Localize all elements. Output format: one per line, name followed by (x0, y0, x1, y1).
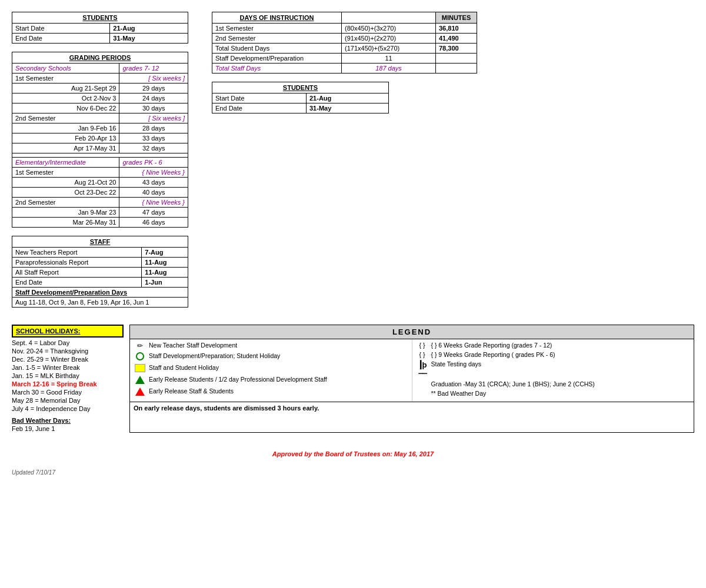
sec-sem2-row1-days: 28 days (119, 123, 188, 133)
doi-header: DAYS OF INSTRUCTION (212, 12, 342, 24)
elem-sem1-row1-days: 43 days (119, 178, 188, 188)
start-date-label: Start Date (12, 24, 110, 34)
doi-row1-minutes: 36,810 (436, 24, 477, 34)
elem-sem1-row2-dates: Oct 23-Dec 22 (12, 188, 119, 198)
holiday-item-9: July 4 = Independence Day (12, 405, 124, 413)
legend-row-3: Staff and Student Holiday (134, 364, 408, 373)
elem-sem2-row1-days: 47 days (119, 208, 188, 218)
legend-row-10: ** Bad Weather Day (416, 390, 691, 397)
doi-row3-formula: (171x450)+(5x270) (342, 44, 436, 54)
secondary-schools-label: Secondary Schools (12, 64, 119, 74)
staff-end-date-label: End Date (12, 278, 142, 288)
minutes-header: MINUTES (436, 12, 477, 24)
legend-row-5: Early Release Staff & Students (134, 387, 408, 397)
end-date-value: 31-May (110, 34, 188, 44)
doi-row2-minutes: 41,490 (436, 34, 477, 44)
legend-row-1: ✏ New Teacher Staff Development (134, 342, 408, 350)
legend-row-9: Graduation -May 31 (CRCA); June 1 (BHS);… (416, 380, 691, 387)
legend-text-9: Graduation -May 31 (CRCA); June 1 (BHS);… (431, 380, 595, 387)
doi-row5-minutes (436, 64, 477, 74)
new-teachers-value: 7-Aug (142, 248, 188, 258)
end-date-label: End Date (12, 34, 110, 44)
legend-section: LEGEND ✏ New Teacher Staff Development S… (129, 325, 694, 433)
sec-sem2-type: [ Six weeks ] (119, 113, 188, 123)
elem-grades: grades PK - 6 (119, 158, 188, 168)
legend-text-6: { } 6 Weeks Grade Reporting (grades 7 - … (431, 342, 552, 349)
staff-table: STAFF New Teachers Report 7-Aug Paraprof… (12, 236, 188, 308)
students-top-table: STUDENTS Start Date 21-Aug End Date 31-M… (12, 12, 188, 44)
dashes-icon: ┃þ‍ ┈┈ (416, 360, 429, 378)
sec-sem1-label: 1st Semester (12, 74, 119, 83)
sec-sem1-row2-dates: Oct 2-Nov 3 (12, 93, 119, 103)
legend-row-4: Early Release Students / 1/2 day Profess… (134, 376, 408, 385)
doi-row3-label: Total Student Days (212, 44, 342, 54)
paraprofessionals-value: 11-Aug (142, 258, 188, 268)
pencil-icon: ✏ (134, 342, 146, 350)
dev-days-label: Staff Development/Preparation Days (12, 288, 188, 298)
doi-row3-minutes: 78,300 (436, 44, 477, 54)
elem-sem1-row2-days: 40 days (119, 188, 188, 198)
legend-header: LEGEND (130, 325, 694, 339)
elem-sem2-type: { Nine Weeks } (119, 198, 188, 208)
legend-text-2: Staff Development/Preparation; Student H… (149, 352, 280, 359)
sec-sem2-row2-dates: Feb 20-Apr 13 (12, 133, 119, 143)
doi-row4-label: Staff Development/Preparation (212, 54, 342, 64)
elem-sem2-row1-dates: Jan 9-Mar 23 (12, 208, 119, 218)
sec-sem1-row3-days: 30 days (119, 103, 188, 113)
approved-text: Approved by the Board of Trustees on: Ma… (12, 450, 694, 457)
students-bottom-end-value: 31-May (307, 103, 389, 113)
elem-sem1-row1-dates: Aug 21-Oct 20 (12, 178, 119, 188)
holiday-item-7: March 30 = Good Friday (12, 388, 124, 396)
doi-row2-formula: (91x450)+(2x270) (342, 34, 436, 44)
bad-weather-label: Bad Weather Days: (12, 416, 124, 425)
students-bottom-end-label: End Date (212, 103, 307, 113)
legend-row-2: Staff Development/Preparation; Student H… (134, 352, 408, 362)
holiday-item-1: Sept. 4 = Labor Day (12, 339, 124, 347)
staff-header: STAFF (12, 236, 188, 248)
legend-row-6: { } { } 6 Weeks Grade Reporting (grades … (416, 342, 691, 349)
grading-periods-table: GRADING PERIODS Secondary Schools grades… (12, 52, 188, 228)
legend-text-1: New Teacher Staff Development (149, 342, 237, 349)
holiday-item-6: March 12-16 = Spring Break (12, 380, 124, 388)
holiday-item-3: Dec. 25-29 = Winter Break (12, 355, 124, 363)
students-bottom-table: STUDENTS Start Date 21-Aug End Date 31-M… (212, 82, 389, 113)
doi-row5-formula: 187 days (342, 64, 436, 74)
sec-sem1-row2-days: 24 days (119, 93, 188, 103)
updated-text: Updated 7/10/17 (12, 469, 694, 476)
sec-sem2-label: 2nd Semester (12, 113, 119, 123)
sec-sem1-row3-dates: Nov 6-Dec 22 (12, 103, 119, 113)
holiday-item-4: Jan. 1-5 = Winter Break (12, 363, 124, 372)
legend-text-3: Staff and Student Holiday (149, 364, 219, 371)
holiday-item-2: Nov. 20-24 = Thanksgiving (12, 347, 124, 355)
doi-row5-label: Total Staff Days (212, 64, 342, 74)
legend-text-4: Early Release Students / 1/2 day Profess… (149, 376, 327, 383)
students-bottom-start-value: 21-Aug (307, 93, 389, 103)
doi-row2-label: 2nd Semester (212, 34, 342, 44)
dev-days-value: Aug 11-18, Oct 9, Jan 8, Feb 19, Apr 16,… (12, 298, 188, 308)
new-teachers-label: New Teachers Report (12, 248, 142, 258)
holidays-title: SCHOOL HOLIDAYS: (12, 325, 124, 338)
holidays-section: SCHOOL HOLIDAYS: Sept. 4 = Labor Day Nov… (12, 325, 124, 433)
legend-text-8: State Testing days (431, 360, 482, 368)
bracket-icon-2: { } (416, 351, 429, 358)
legend-row-8: ┃þ‍ ┈┈ State Testing days (416, 360, 691, 378)
yellow-box-icon (134, 364, 146, 373)
bracket-icon-1: { } (416, 342, 429, 349)
students-bottom-header: STUDENTS (212, 82, 389, 93)
legend-right-col: { } { } 6 Weeks Grade Reporting (grades … (412, 339, 694, 402)
days-of-instruction-table: DAYS OF INSTRUCTION MINUTES 1st Semester… (212, 12, 477, 74)
doi-row4-minutes (436, 54, 477, 64)
legend-row-7: { } { } 9 Weeks Grade Reporting ( grades… (416, 351, 691, 358)
legend-left-col: ✏ New Teacher Staff Development Staff De… (130, 339, 412, 402)
legend-text-7: { } 9 Weeks Grade Reporting ( grades PK … (431, 351, 555, 358)
early-release-note: On early release days, students are dism… (130, 402, 694, 414)
grading-periods-header: GRADING PERIODS (12, 52, 188, 64)
doi-row4-formula: 11 (342, 54, 436, 64)
elem-sem1-label: 1st Semester (12, 168, 119, 178)
doi-row1-label: 1st Semester (212, 24, 342, 34)
students-top-header: STUDENTS (12, 12, 188, 24)
green-triangle-icon (134, 376, 146, 385)
sec-sem1-row1-dates: Aug 21-Sept 29 (12, 83, 119, 93)
elem-sem2-row2-dates: Mar 26-May 31 (12, 218, 119, 228)
sec-sem2-row1-dates: Jan 9-Feb 16 (12, 123, 119, 133)
